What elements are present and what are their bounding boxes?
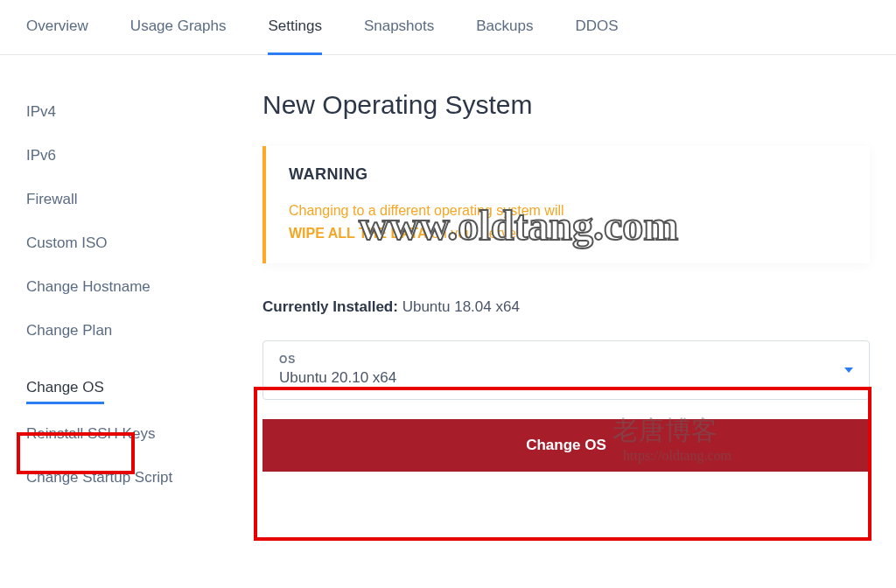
- chevron-down-icon: [844, 368, 853, 373]
- sidebar-item-firewall[interactable]: Firewall: [26, 178, 236, 221]
- os-select[interactable]: OS Ubuntu 20.10 x64: [262, 340, 870, 400]
- change-os-button[interactable]: Change OS: [262, 419, 870, 472]
- currently-label: Currently Installed:: [262, 298, 398, 315]
- currently-value: Ubuntu 18.04 x64: [402, 298, 520, 315]
- warning-line1: Changing to a different operating system…: [289, 203, 564, 218]
- os-select-value: Ubuntu 20.10 x64: [279, 369, 396, 387]
- tab-backups[interactable]: Backups: [476, 18, 533, 54]
- warning-text: Changing to a different operating system…: [289, 200, 847, 244]
- tab-ddos[interactable]: DDOS: [575, 18, 618, 54]
- warning-box: WARNING Changing to a different operatin…: [262, 146, 870, 263]
- sidebar-item-custom-iso[interactable]: Custom ISO: [26, 221, 236, 265]
- sidebar-item-change-os[interactable]: Change OS: [26, 366, 104, 404]
- warning-strong: WIPE ALL THE DATA: [289, 226, 428, 241]
- os-select-label: OS: [279, 354, 396, 366]
- sidebar-item-change-plan[interactable]: Change Plan: [26, 309, 236, 353]
- warning-heading: WARNING: [289, 165, 847, 184]
- sidebar: IPv4 IPv6 Firewall Custom ISO Change Hos…: [26, 90, 236, 500]
- page-title: New Operating System: [262, 90, 870, 120]
- warning-suffix: on your server.: [428, 226, 524, 241]
- tab-snapshots[interactable]: Snapshots: [364, 18, 434, 54]
- top-nav: Overview Usage Graphs Settings Snapshots…: [0, 0, 896, 55]
- currently-installed: Currently Installed: Ubuntu 18.04 x64: [262, 298, 870, 316]
- main-content: New Operating System WARNING Changing to…: [236, 90, 870, 500]
- sidebar-item-ipv4[interactable]: IPv4: [26, 90, 236, 134]
- tab-usage-graphs[interactable]: Usage Graphs: [130, 18, 227, 54]
- tab-overview[interactable]: Overview: [26, 18, 88, 54]
- sidebar-item-change-startup-script[interactable]: Change Startup Script: [26, 456, 236, 500]
- sidebar-item-reinstall-ssh-keys[interactable]: Reinstall SSH Keys: [26, 412, 236, 456]
- sidebar-item-ipv6[interactable]: IPv6: [26, 134, 236, 178]
- content-area: IPv4 IPv6 Firewall Custom ISO Change Hos…: [0, 55, 896, 500]
- sidebar-item-change-hostname[interactable]: Change Hostname: [26, 265, 236, 309]
- tab-settings[interactable]: Settings: [268, 18, 321, 55]
